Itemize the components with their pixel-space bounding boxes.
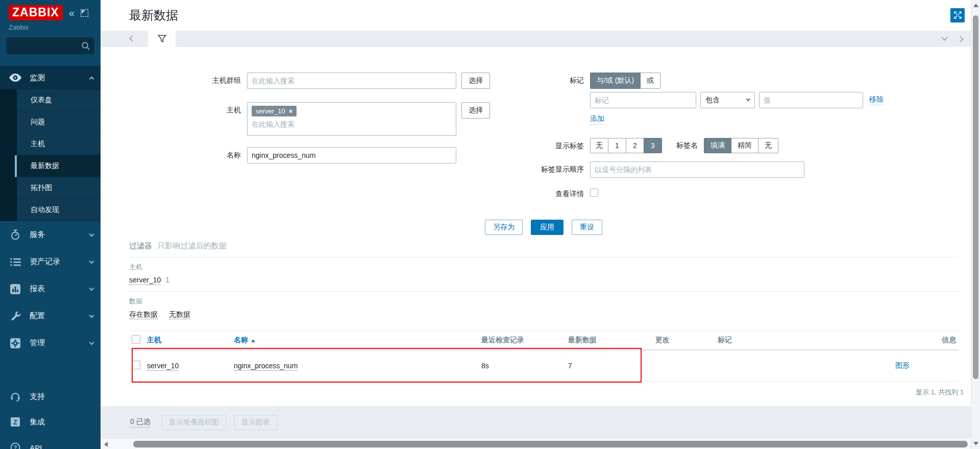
column-host[interactable]: 主机 xyxy=(145,331,232,350)
row-graph-link[interactable]: 图形 xyxy=(895,361,910,369)
kiosk-mode-button[interactable] xyxy=(950,8,965,22)
sidebar-item-label: 监测 xyxy=(30,73,45,83)
sidebar: ZABBIX « Zabbix 监测 仪表盘 问题 主机 最新数据 拓扑图 自动… xyxy=(0,0,101,449)
filter-collapse-button[interactable] xyxy=(942,35,947,43)
filter-tab-bar xyxy=(101,31,971,47)
sidebar-item-hosts[interactable]: 主机 xyxy=(17,133,101,155)
show-tags-3[interactable]: 3 xyxy=(644,138,662,153)
display-stacked-graph-button[interactable]: 显示堆叠面积图 xyxy=(162,415,226,430)
with-data-link[interactable]: 存在数据 xyxy=(129,310,158,319)
sidebar-item-integrations[interactable]: Z 集成 xyxy=(0,409,101,435)
host-input-placeholder: 在此输入搜索 xyxy=(252,120,452,129)
row-host-link[interactable]: server_10 xyxy=(147,362,179,371)
sidebar-item-label: 服务 xyxy=(30,230,45,240)
sidebar-item-administration[interactable]: 管理 xyxy=(0,329,101,357)
display-graph-button[interactable]: 显示图表 xyxy=(234,415,277,430)
list-icon xyxy=(9,258,22,266)
host-group-select-button[interactable]: 选择 xyxy=(461,73,490,89)
submenu-label: 自动发现 xyxy=(31,205,59,215)
column-change: 更改 xyxy=(654,331,716,350)
reset-button[interactable]: 重设 xyxy=(572,220,602,235)
row-item-name-link[interactable]: nginx_process_num xyxy=(234,362,298,371)
name-input[interactable] xyxy=(247,147,456,163)
sidebar-item-maps[interactable]: 拓扑图 xyxy=(17,177,101,199)
tag-remove-link[interactable]: 移除 xyxy=(869,95,884,105)
show-tags-label: 显示标签 xyxy=(532,138,590,151)
sidebar-hide-icon[interactable] xyxy=(81,9,88,17)
sidebar-item-configuration[interactable]: 配置 xyxy=(0,302,101,329)
row-latest-value: 7 xyxy=(567,350,654,382)
hosts-summary: 主机 server_10 1 xyxy=(129,257,959,292)
show-tags-1[interactable]: 1 xyxy=(608,138,626,153)
chevron-up-icon xyxy=(90,74,93,82)
select-all-checkbox[interactable] xyxy=(132,335,140,344)
row-checkbox[interactable] xyxy=(132,361,140,369)
page-title: 最新数据 xyxy=(129,7,178,23)
tabs-prev-button[interactable] xyxy=(130,36,135,41)
z-badge-icon: Z xyxy=(9,417,22,427)
column-last-check: 最近检查记录 xyxy=(480,331,567,350)
tag-priority-input[interactable] xyxy=(590,161,804,178)
tag-add-link[interactable]: 添加 xyxy=(590,114,604,125)
filter-tab[interactable] xyxy=(148,31,176,47)
tag-operator-value: 包含 xyxy=(705,96,720,105)
filter-form-right: 标记 与/或 (默认) 或 包含 移除 xyxy=(532,73,884,199)
sidebar-item-latest-data[interactable]: 最新数据 xyxy=(15,155,101,177)
submenu-label: 主机 xyxy=(31,139,45,149)
host-group-input[interactable] xyxy=(247,73,456,89)
sidebar-item-services[interactable]: 服务 xyxy=(0,221,101,248)
sidebar-item-monitoring[interactable]: 监测 xyxy=(0,66,101,89)
scroll-down-arrow-icon[interactable] xyxy=(973,442,978,445)
submenu-label: 问题 xyxy=(31,117,45,127)
scroll-left-arrow-icon[interactable] xyxy=(104,442,108,447)
column-latest-value: 最新数据 xyxy=(567,331,654,350)
tag-name-none[interactable]: 无 xyxy=(758,138,778,153)
sidebar-collapse-icon[interactable]: « xyxy=(69,8,75,18)
tags-or-option[interactable]: 或 xyxy=(640,73,660,89)
bar-chart-icon xyxy=(9,284,22,294)
sidebar-item-dashboard[interactable]: 仪表盘 xyxy=(17,89,101,111)
sidebar-item-problems[interactable]: 问题 xyxy=(17,111,101,133)
horizontal-scrollbar-thumb[interactable] xyxy=(133,441,968,447)
sidebar-search xyxy=(6,37,94,55)
sidebar-item-inventory[interactable]: 资产记录 xyxy=(0,248,101,275)
sidebar-logo-row: ZABBIX « xyxy=(0,0,101,23)
save-as-button[interactable]: 另存为 xyxy=(485,220,523,235)
chip-remove-icon[interactable]: × xyxy=(289,108,293,114)
sidebar-item-label: 资产记录 xyxy=(30,257,60,267)
sort-ascending-icon xyxy=(251,339,255,342)
sidebar-item-discovery[interactable]: 自动发现 xyxy=(17,199,101,221)
tabs-next-button[interactable] xyxy=(958,35,963,43)
apply-button[interactable]: 应用 xyxy=(531,220,564,235)
sidebar-item-support[interactable]: 支持 xyxy=(0,384,101,409)
sidebar-item-reports[interactable]: 报表 xyxy=(0,275,101,302)
show-tags-2[interactable]: 2 xyxy=(626,138,644,153)
tags-and-or-option[interactable]: 与/或 (默认) xyxy=(590,73,641,89)
scroll-up-arrow-icon[interactable] xyxy=(973,4,978,7)
vertical-scrollbar[interactable] xyxy=(971,0,980,449)
vertical-scrollbar-thumb[interactable] xyxy=(973,15,978,379)
selected-count: 0 已选 xyxy=(130,417,151,428)
without-data-link[interactable]: 无数据 xyxy=(169,310,190,319)
filter-actions: 另存为 应用 重设 xyxy=(485,220,602,235)
gear-icon xyxy=(9,338,22,348)
filter-band-right-controls xyxy=(942,35,963,43)
tag-value-input[interactable] xyxy=(759,92,863,108)
tag-name-shortened[interactable]: 精简 xyxy=(731,138,758,153)
host-select-button[interactable]: 选择 xyxy=(461,102,490,119)
tag-name-full[interactable]: 填满 xyxy=(704,138,731,153)
tag-name-input[interactable] xyxy=(590,92,696,108)
sidebar-item-api[interactable]: ? API xyxy=(0,435,101,449)
hosts-summary-host-link[interactable]: server_10 xyxy=(129,276,161,285)
page-header: 最新数据 xyxy=(101,0,971,31)
row-change xyxy=(654,350,716,382)
show-tags-none[interactable]: 无 xyxy=(590,138,608,153)
show-details-checkbox[interactable] xyxy=(590,188,598,197)
column-tags: 标记 xyxy=(716,331,859,350)
column-name[interactable]: 名称 xyxy=(232,331,480,350)
horizontal-scrollbar[interactable] xyxy=(101,438,971,449)
tag-operator-select[interactable]: 包含 xyxy=(700,92,755,108)
headset-icon xyxy=(9,392,22,401)
fullscreen-arrows-icon xyxy=(953,11,962,19)
host-multiselect[interactable]: server_10 × 在此输入搜索 xyxy=(247,102,456,136)
